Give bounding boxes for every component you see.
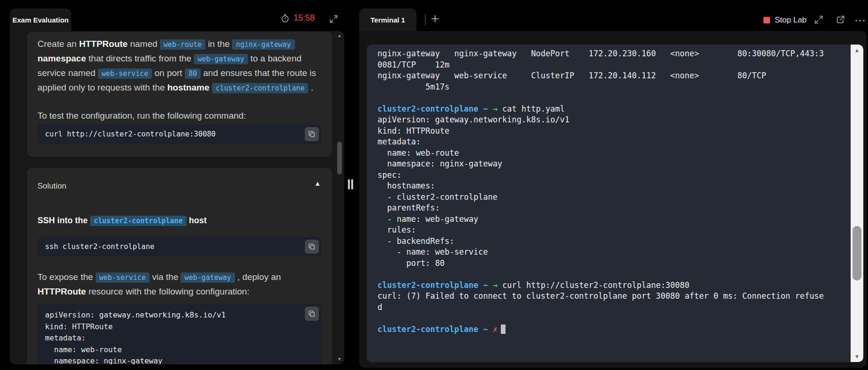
expand-icon [329,15,338,23]
external-link-icon [836,15,845,24]
terminal-line: cluster2-controlplane ~ ✗ [377,325,845,336]
terminal-scrollbar: ▲ ▼ [851,45,863,362]
terminal-line: nginx-gateway nginx-gateway NodePort 172… [377,49,845,60]
tab-terminal-1[interactable]: Terminal 1 [359,8,416,31]
scroll-down-arrow-icon[interactable]: ▼ [336,356,343,362]
copy-icon [308,310,316,317]
terminal-line [377,93,845,104]
copy-icon [308,130,316,138]
left-expand-button[interactable] [329,15,338,23]
more-options-button[interactable] [854,17,866,24]
solution-title: Solution [38,181,66,191]
exam-timer: 15:58 [280,13,315,23]
terminal-body[interactable]: nginx-gateway nginx-gateway NodePort 172… [367,45,863,362]
stopwatch-icon [280,14,290,23]
ellipsis-icon [854,17,866,24]
triangle-up-icon: ▲ [314,180,321,187]
stop-lab-button[interactable]: Stop Lab [763,14,807,26]
terminal-line: - cluster2-controlplane [377,192,845,204]
yaml-config-block: apiVersion: gateway.networking.k8s.io/v1… [38,304,322,364]
copy-yaml-button[interactable] [305,307,319,321]
test-command-label: To test the configuration, run the follo… [38,109,246,123]
terminal-line: - name: web-service [377,247,845,258]
terminal-panel: nginx-gateway nginx-gateway NodePort 172… [359,31,867,368]
left-scrollbar-thumb[interactable] [337,142,342,174]
copy-ssh-button[interactable] [305,240,319,254]
terminal-line: rules: [377,225,845,236]
task-instructions-card: Create an HTTPRoute named web-route in t… [27,32,332,157]
open-external-button[interactable] [836,15,845,24]
copy-icon [308,243,316,250]
terminal-line: 0081/TCP 12m [377,60,845,71]
stop-square-icon [763,17,770,23]
ssh-command-block: ssh cluster2-controlplane [38,237,322,257]
terminal-line: hostnames: [377,181,845,192]
terminal-line: nginx-gateway web-service ClusterIP 172.… [377,71,845,82]
terminal-line: port: 80 [377,258,845,270]
exam-evaluation-panel: Create an HTTPRoute named web-route in t… [10,31,344,364]
terminal-line: namespace: nginx-gateway [377,159,845,170]
plus-icon: + [431,10,439,27]
app-root: Exam Evaluation 15:58 Create an HTTPRout… [0,0,868,370]
scroll-up-arrow-icon[interactable]: ▲ [336,33,343,38]
solution-card: Solution ▲ SSH into the cluster2-control… [27,168,332,364]
terminal-expand-button[interactable] [814,15,823,24]
terminal-line: curl: (7) Failed to connect to cluster2-… [377,291,845,302]
terminal-line: d [377,302,845,314]
task-paragraph: Create an HTTPRoute named web-route in t… [38,37,319,95]
copy-curl-button[interactable] [305,127,319,141]
tab-exam-evaluation[interactable]: Exam Evaluation [10,8,71,31]
terminal-line [377,313,845,325]
collapse-solution-button[interactable]: ▲ [314,180,321,187]
panel-resize-handle[interactable] [348,179,353,189]
curl-command-text: curl http://cluster2-controlplane:30080 [45,124,216,144]
terminal-line: - backendRefs: [377,236,845,248]
terminal-line: 5m17s [377,82,845,93]
terminal-line: parentRefs: [377,203,845,214]
ssh-command-text: ssh cluster2-controlplane [45,237,154,257]
scroll-up-arrow-icon[interactable]: ▲ [851,47,863,53]
tab-exam-evaluation-label: Exam Evaluation [12,16,68,24]
expand-icon [814,15,823,24]
terminal-line: name: web-route [377,148,845,159]
terminal-line: cluster2-controlplane ~ → curl http://cl… [377,280,845,292]
terminal-line: spec: [377,170,845,181]
new-terminal-button[interactable]: + [431,10,439,27]
terminal-scrollbar-thumb[interactable] [853,226,861,280]
terminal-line: metadata: [377,137,845,148]
ssh-heading: SSH into the cluster2-controlplane host [38,214,207,227]
stop-lab-label: Stop Lab [775,15,807,25]
tab-terminal-1-label: Terminal 1 [370,16,405,24]
terminal-line: apiVersion: gateway.networking.k8s.io/v1 [377,115,845,126]
scroll-down-arrow-icon[interactable]: ▼ [851,354,863,359]
expose-paragraph: To expose the web-service via the web-ga… [38,270,315,299]
drag-handle-icon [351,179,353,189]
curl-command-block: curl http://cluster2-controlplane:30080 [38,124,322,144]
drag-handle-icon [348,179,350,189]
yaml-config-text: apiVersion: gateway.networking.k8s.io/v1… [38,304,322,364]
tab-separator [425,14,426,25]
terminal-line [377,269,845,280]
timer-value: 15:58 [294,13,315,23]
terminal-line: - name: web-gateway [377,214,845,226]
terminal-line: cluster2-controlplane ~ → cat http.yaml [377,104,845,115]
terminal-output: nginx-gateway nginx-gateway NodePort 172… [377,49,845,335]
terminal-line: kind: HTTPRoute [377,126,845,137]
